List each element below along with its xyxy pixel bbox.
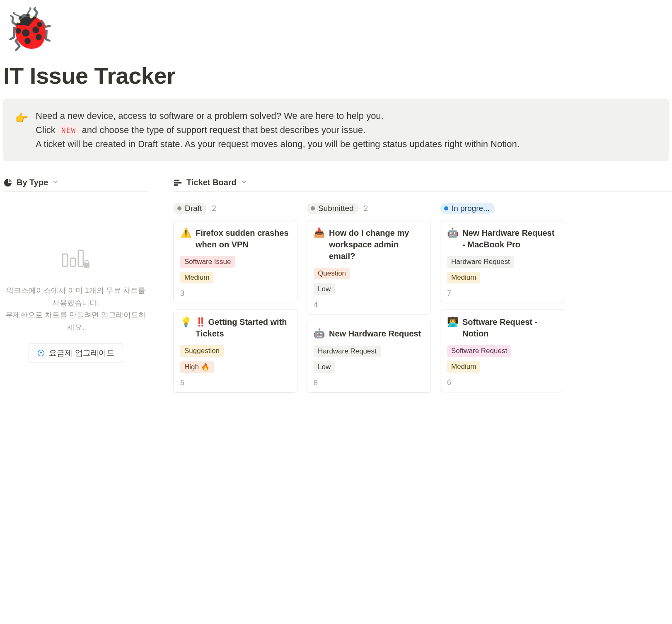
page-title: IT Issue Tracker <box>3 62 672 89</box>
ticket-card[interactable]: 👨‍💻Software Request - NotionSoftware Req… <box>440 309 564 392</box>
svg-rect-0 <box>63 254 68 266</box>
kanban-board: Draft2⚠️Firefox sudden crashes when on V… <box>173 203 672 399</box>
upgrade-arrow-icon <box>37 349 45 357</box>
tag: Medium <box>447 361 480 372</box>
card-title: ‼️ Getting Started with Tickets <box>196 316 290 339</box>
svg-rect-2 <box>78 250 83 266</box>
pie-chart-icon <box>3 178 12 187</box>
svg-rect-6 <box>174 182 181 184</box>
board-column: Submitted2📥How do I change my workspace … <box>307 203 431 399</box>
view-label: By Type <box>17 178 48 187</box>
column-header[interactable]: In progre... <box>440 203 564 214</box>
tag: Low <box>314 283 335 295</box>
tag: Software Request <box>447 345 511 357</box>
card-number: 4 <box>314 301 424 310</box>
upgrade-label: 요금제 업그레이드 <box>49 348 114 358</box>
callout-text: and choose the type of support request t… <box>82 125 365 135</box>
card-number: 3 <box>180 289 290 298</box>
tag: Software Issue <box>180 256 235 268</box>
view-label: Ticket Board <box>186 178 237 187</box>
callout: 👉 Need a new device, access to software … <box>3 99 669 161</box>
callout-content: Need a new device, access to software or… <box>36 109 657 151</box>
card-title: Software Request - Notion <box>462 316 557 339</box>
ticket-card[interactable]: 📥How do I change my workspace admin emai… <box>307 220 431 315</box>
ticket-card[interactable]: 💡‼️ Getting Started with TicketsSuggesti… <box>173 309 297 393</box>
status-pill[interactable]: Draft <box>173 203 207 214</box>
card-number: 5 <box>180 379 290 387</box>
column-header[interactable]: Submitted2 <box>307 203 431 214</box>
status-dot-icon <box>311 206 315 210</box>
column-header[interactable]: Draft2 <box>173 203 297 214</box>
card-title: Firefox sudden crashes when on VPN <box>196 227 290 250</box>
card-emoji-icon: 👨‍💻 <box>447 316 458 328</box>
status-label: Draft <box>185 204 202 213</box>
status-pill[interactable]: Submitted <box>307 203 359 214</box>
tag: Medium <box>180 272 213 283</box>
card-emoji-icon: 💡 <box>180 316 191 328</box>
card-number: 8 <box>314 379 424 387</box>
tag: Hardware Request <box>314 346 381 357</box>
svg-rect-7 <box>174 184 178 186</box>
card-emoji-icon: 🤖 <box>447 227 458 239</box>
status-pill[interactable]: In progre... <box>440 203 495 214</box>
ticket-card[interactable]: 🤖New Hardware RequestHardware RequestLow… <box>307 321 431 393</box>
column-count: 2 <box>212 204 216 213</box>
chevron-down-icon <box>241 179 247 187</box>
ticket-board-view-tab[interactable]: Ticket Board <box>173 178 672 192</box>
status-dot-icon <box>177 206 181 210</box>
card-title: How do I change my workspace admin email… <box>329 227 424 262</box>
callout-line-3: A ticket will be created in Draft state.… <box>36 137 657 151</box>
callout-line-2: Click NEW and choose the type of support… <box>36 123 657 137</box>
empty-chart-text-1: 워크스페이스에서 이미 1개의 무료 차트를 사용했습니다. <box>3 285 148 309</box>
tag: Hardware Request <box>447 256 514 268</box>
card-title: New Hardware Request - MacBook Pro <box>462 227 557 250</box>
tag: Suggestion <box>180 345 224 357</box>
card-title: New Hardware Request <box>329 328 421 339</box>
callout-text: Click <box>36 125 58 135</box>
tag: High 🔥 <box>180 361 214 373</box>
board-column: In progre...🤖New Hardware Request - MacB… <box>440 203 564 399</box>
new-code-badge: NEW <box>58 125 80 135</box>
empty-chart-text-2: 무제한으로 차트를 만들려면 업그레이드하세요. <box>3 309 148 334</box>
card-number: 6 <box>447 378 557 387</box>
card-emoji-icon: 🤖 <box>314 328 325 340</box>
pointing-hand-icon: 👉 <box>15 110 28 151</box>
page-icon[interactable]: 🐞 <box>3 8 672 50</box>
locked-chart-icon <box>61 248 90 272</box>
callout-line-1: Need a new device, access to software or… <box>36 109 657 123</box>
tag: Question <box>314 268 350 279</box>
tag: Medium <box>447 272 480 283</box>
chevron-down-icon <box>52 179 59 187</box>
status-label: Submitted <box>318 204 354 213</box>
ticket-card[interactable]: 🤖New Hardware Request - MacBook ProHardw… <box>440 220 564 303</box>
by-type-view-tab[interactable]: By Type <box>3 178 148 192</box>
card-number: 7 <box>447 289 557 298</box>
status-dot-icon <box>444 206 448 210</box>
svg-rect-5 <box>174 179 179 181</box>
tag: Low <box>314 361 335 373</box>
chart-empty-state: 워크스페이스에서 이미 1개의 무료 차트를 사용했습니다. 무제한으로 차트를… <box>3 203 148 363</box>
column-count: 2 <box>364 204 368 213</box>
svg-rect-1 <box>70 258 75 266</box>
svg-rect-3 <box>84 263 89 268</box>
upgrade-plan-button[interactable]: 요금제 업그레이드 <box>29 343 123 363</box>
board-icon <box>173 178 182 187</box>
status-label: In progre... <box>452 204 490 213</box>
board-column: Draft2⚠️Firefox sudden crashes when on V… <box>173 203 297 399</box>
ticket-card[interactable]: ⚠️Firefox sudden crashes when on VPNSoft… <box>173 220 297 303</box>
card-emoji-icon: 📥 <box>314 227 325 239</box>
card-emoji-icon: ⚠️ <box>180 227 191 239</box>
